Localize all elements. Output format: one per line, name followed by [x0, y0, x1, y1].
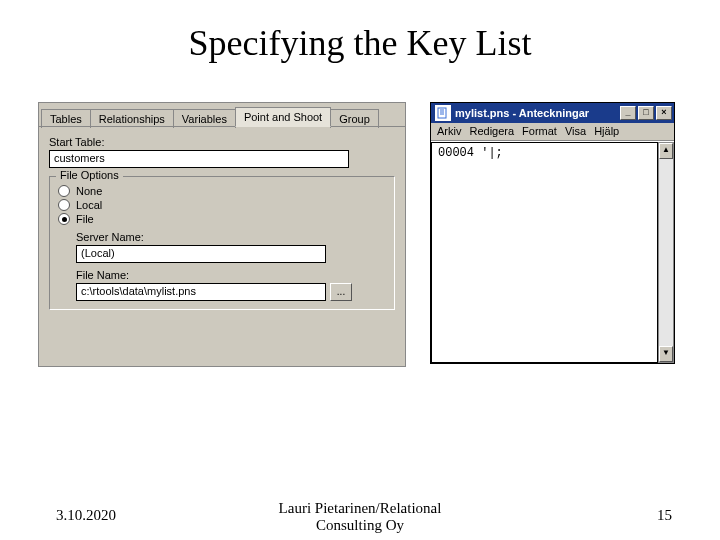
start-table-input[interactable]: customers — [49, 150, 349, 168]
app-icon — [435, 105, 451, 121]
radio-local[interactable] — [58, 199, 70, 211]
menu-visa[interactable]: Visa — [565, 125, 586, 138]
menubar: Arkiv Redigera Format Visa Hjälp — [431, 123, 674, 141]
radio-local-row[interactable]: Local — [58, 199, 386, 211]
window-title: mylist.pns - Anteckningar — [455, 107, 620, 119]
scroll-down-button[interactable]: ▼ — [659, 346, 673, 362]
vertical-scrollbar[interactable]: ▲ ▼ — [658, 142, 674, 363]
scroll-track[interactable] — [659, 159, 673, 346]
menu-arkiv[interactable]: Arkiv — [437, 125, 461, 138]
radio-none-row[interactable]: None — [58, 185, 386, 197]
footer-page-number: 15 — [657, 507, 672, 524]
server-name-input[interactable]: (Local) — [76, 245, 326, 263]
text-area[interactable]: 00004 '|; — [431, 142, 658, 363]
file-options-legend: File Options — [56, 169, 123, 181]
menu-redigera[interactable]: Redigera — [469, 125, 514, 138]
start-table-label: Start Table: — [39, 128, 405, 150]
minimize-button[interactable]: _ — [620, 106, 636, 120]
titlebar[interactable]: mylist.pns - Anteckningar _ □ × — [431, 103, 674, 123]
server-name-label: Server Name: — [76, 231, 386, 243]
radio-file-label: File — [76, 213, 94, 225]
properties-dialog: Tables Relationships Variables Point and… — [38, 102, 406, 367]
tab-bar: Tables Relationships Variables Point and… — [39, 103, 405, 127]
radio-none[interactable] — [58, 185, 70, 197]
radio-local-label: Local — [76, 199, 102, 211]
menu-hjalp[interactable]: Hjälp — [594, 125, 619, 138]
tab-point-and-shoot[interactable]: Point and Shoot — [235, 107, 331, 127]
slide-title: Specifying the Key List — [0, 22, 720, 64]
footer-author: Lauri Pietarinen/Relational Consulting O… — [0, 500, 720, 534]
menu-format[interactable]: Format — [522, 125, 557, 138]
scroll-up-button[interactable]: ▲ — [659, 143, 673, 159]
close-button[interactable]: × — [656, 106, 672, 120]
notepad-window: mylist.pns - Anteckningar _ □ × Arkiv Re… — [430, 102, 675, 364]
browse-button[interactable]: ... — [330, 283, 352, 301]
radio-file-row[interactable]: File — [58, 213, 386, 225]
maximize-button[interactable]: □ — [638, 106, 654, 120]
radio-none-label: None — [76, 185, 102, 197]
file-name-label: File Name: — [76, 269, 386, 281]
file-name-input[interactable]: c:\rtools\data\mylist.pns — [76, 283, 326, 301]
file-options-group: File Options None Local File Server Name… — [49, 176, 395, 310]
radio-file[interactable] — [58, 213, 70, 225]
